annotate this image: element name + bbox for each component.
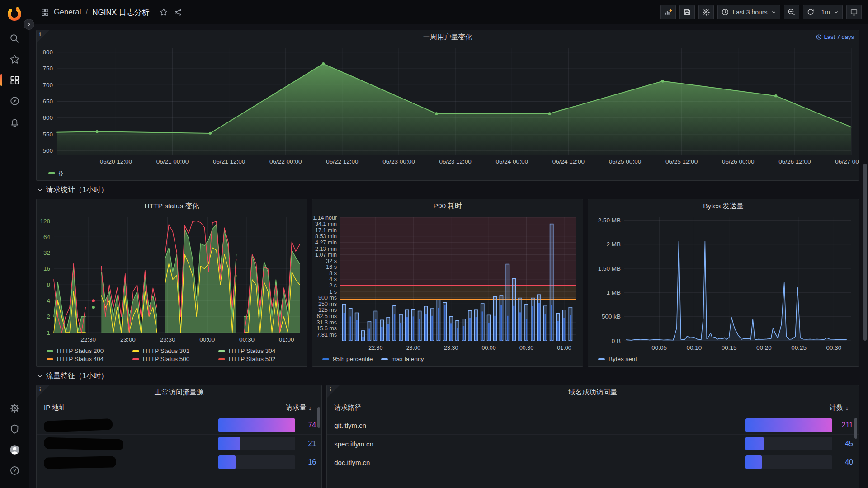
svg-text:00:15: 00:15 — [722, 344, 737, 351]
svg-text:1.50 MB: 1.50 MB — [598, 265, 621, 272]
column-header-count[interactable]: 计数 ↓ — [830, 404, 849, 412]
table-scrollbar-thumb[interactable] — [854, 418, 857, 439]
share-dashboard-icon[interactable] — [174, 8, 182, 16]
legend-item[interactable]: HTTP Status 200 — [47, 347, 124, 354]
svg-text:06/22 12:00: 06/22 12:00 — [326, 158, 358, 165]
table-row: doc.itlym.cn40 — [327, 453, 859, 471]
legend-item[interactable]: HTTP Status 404 — [47, 356, 124, 362]
panel-title[interactable]: 一周用户量变化 — [37, 30, 859, 44]
sidebar-item-apps-icon[interactable] — [0, 70, 29, 90]
svg-text:34.1 min: 34.1 min — [315, 221, 337, 227]
table-scrollbar-thumb[interactable] — [317, 407, 320, 428]
cycle-view-mode-button[interactable] — [846, 5, 862, 19]
svg-text:06/26 00:00: 06/26 00:00 — [722, 158, 754, 165]
sidebar-item-search-icon[interactable] — [0, 28, 29, 49]
refresh-group: 1m — [803, 5, 843, 19]
svg-text:64: 64 — [43, 234, 51, 240]
legend-swatch — [218, 358, 225, 360]
top-navbar: General / NGINX 日志分析 — [29, 0, 868, 24]
legend-item[interactable]: HTTP Status 301 — [132, 347, 210, 354]
column-header-ip[interactable]: IP 地址 — [44, 404, 66, 412]
svg-text:22:30: 22:30 — [80, 336, 96, 343]
panel-info-corner[interactable] — [37, 385, 49, 398]
panel-title[interactable]: 域名成功访问量 — [327, 385, 859, 399]
cell-value: 74 — [301, 421, 316, 429]
svg-text:250 ms: 250 ms — [318, 301, 337, 307]
bytes-sent-chart[interactable]: 0 B500 kB1 MB1.50 MB2 MB2.50 MB00:0500:1… — [588, 213, 859, 354]
panel-title[interactable]: Bytes 发送量 — [588, 199, 859, 213]
legend-label: HTTP Status 502 — [229, 356, 275, 362]
legend-item[interactable]: 95th percentile — [322, 356, 373, 362]
svg-text:23:30: 23:30 — [160, 336, 175, 343]
panel-info-corner[interactable] — [37, 30, 49, 43]
bar-gauge-fill — [745, 455, 762, 469]
svg-text:4: 4 — [47, 297, 50, 304]
row-title: 流量特征（1小时） — [46, 371, 108, 381]
page-scrollbar-thumb[interactable] — [863, 164, 867, 341]
panel-title[interactable]: P90 耗时 — [312, 199, 583, 213]
svg-text:4.27 min: 4.27 min — [315, 239, 337, 246]
breadcrumb-folder[interactable]: General — [54, 8, 81, 17]
bar-gauge-fill — [745, 437, 764, 450]
svg-text:125 ms: 125 ms — [318, 307, 337, 313]
table-body: 742116 — [37, 416, 321, 488]
refresh-interval-label: 1m — [821, 9, 830, 16]
panel-info-corner[interactable] — [327, 385, 340, 398]
add-panel-button[interactable] — [660, 5, 676, 19]
row-toggle-traffic[interactable]: 流量特征（1小时） — [37, 368, 859, 384]
legend-item[interactable]: {} — [48, 169, 63, 176]
cell-value: 45 — [838, 440, 853, 448]
weekly-users-chart[interactable]: 50055060065070075080006/20 12:0006/21 00… — [37, 44, 859, 168]
dashboard-settings-button[interactable] — [698, 5, 714, 19]
sidebar-item-star-icon[interactable] — [0, 49, 29, 70]
legend-item[interactable]: Bytes sent — [598, 356, 637, 362]
grafana-app: ? General / NGINX 日志分析 — [0, 0, 868, 488]
legend-item[interactable]: HTTP Status 502 — [218, 356, 296, 362]
sidebar-item-bell-icon[interactable] — [0, 111, 29, 132]
panel-title[interactable]: 正常访问流量源 — [37, 385, 321, 399]
sidebar-item-shield-icon[interactable] — [0, 418, 29, 439]
sidebar-item-question-icon[interactable]: ? — [0, 460, 29, 481]
breadcrumb-separator: / — [85, 8, 88, 17]
cell-value: 21 — [301, 440, 316, 448]
legend-item[interactable]: HTTP Status 304 — [218, 347, 296, 354]
sidebar-expand-button[interactable] — [24, 19, 34, 30]
star-dashboard-icon[interactable] — [160, 8, 168, 16]
svg-text:00:30: 00:30 — [826, 344, 841, 351]
panel-time-badge[interactable]: Last 7 days — [816, 33, 854, 40]
refresh-button[interactable] — [803, 5, 818, 19]
legend-swatch — [381, 358, 388, 360]
bar-gauge-fill — [218, 455, 235, 469]
save-dashboard-button[interactable] — [679, 5, 695, 19]
legend-item[interactable]: HTTP Status 500 — [132, 356, 210, 362]
svg-text:06/27 00:00: 06/27 00:00 — [835, 158, 859, 165]
panel-title[interactable]: HTTP status 变化 — [37, 199, 307, 213]
p90-latency-chart[interactable]: 1.14 hour34.1 min17.1 min8.53 min4.27 mi… — [312, 213, 583, 354]
sidebar-item-user-icon[interactable] — [0, 439, 29, 460]
svg-text:00:30: 00:30 — [239, 336, 255, 343]
legend-item[interactable]: max latency — [381, 356, 424, 362]
panel-p90-latency: P90 耗时 1.14 hour34.1 min17.1 min8.53 min… — [312, 199, 583, 367]
sidebar-item-compass-icon[interactable] — [0, 90, 29, 111]
svg-text:500 ms: 500 ms — [318, 295, 337, 301]
svg-text:00:30: 00:30 — [519, 345, 533, 351]
http-status-chart[interactable]: 124816326412822:3023:0023:3000:0000:3001… — [37, 213, 307, 346]
table-header: IP 地址 请求量 ↓ — [37, 399, 321, 416]
time-range-picker[interactable]: Last 3 hours — [717, 5, 780, 19]
refresh-interval-dropdown[interactable]: 1m — [818, 5, 842, 19]
svg-text:06/21 00:00: 06/21 00:00 — [156, 158, 189, 165]
zoom-out-time-button[interactable] — [784, 5, 799, 19]
bar-gauge-fill — [218, 437, 240, 450]
dashboard-title[interactable]: NGINX 日志分析 — [92, 7, 150, 18]
bar-gauge-track — [745, 437, 832, 450]
redacted-ip — [44, 418, 113, 432]
svg-text:1 s: 1 s — [329, 289, 337, 295]
row-toggle-requests[interactable]: 请求统计（1小时） — [37, 182, 859, 198]
sidebar-item-gear-icon[interactable] — [0, 398, 29, 418]
column-header-requests[interactable]: 请求量 ↓ — [286, 404, 311, 412]
legend-label: HTTP Status 200 — [57, 347, 104, 354]
column-header-path[interactable]: 请求路径 — [334, 404, 361, 412]
svg-text:0 B: 0 B — [612, 338, 621, 344]
grafana-logo-icon[interactable] — [6, 5, 23, 22]
svg-text:1: 1 — [47, 329, 50, 336]
